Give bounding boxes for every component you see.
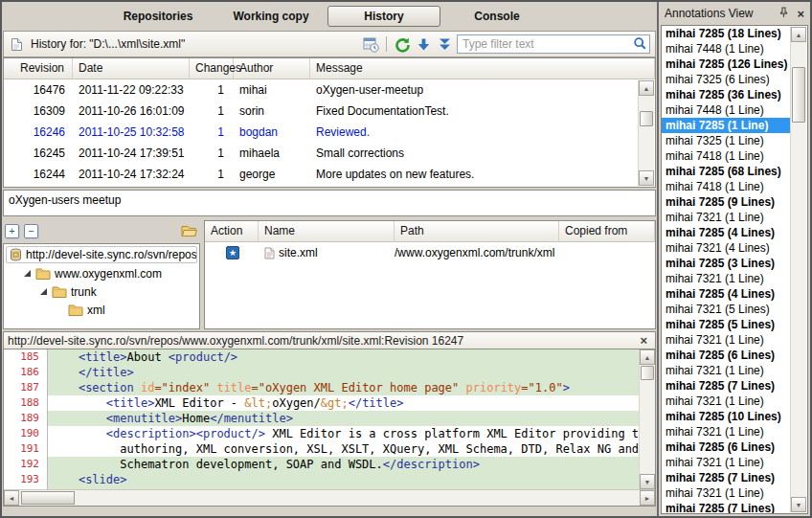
- history-row[interactable]: 164762011-11-22 09:22:331mihaioXygen-use…: [4, 79, 655, 101]
- annotation-item[interactable]: mihai 7321 (1 Line): [662, 455, 791, 470]
- history-row[interactable]: 163092011-10-26 16:01:091sorinFixed Docu…: [4, 101, 655, 122]
- history-table-scrollbar[interactable]: ▲ ▼: [638, 80, 654, 186]
- tree-node[interactable]: xml: [4, 301, 199, 319]
- scroll-left-icon[interactable]: ◄: [4, 490, 19, 506]
- revision-graph-icon[interactable]: [362, 35, 379, 53]
- scroll-right-icon[interactable]: ►: [640, 490, 655, 506]
- col-copied-from[interactable]: Copied from: [559, 221, 655, 242]
- line-number: 186: [4, 365, 48, 380]
- annotation-item[interactable]: mihai 7285 (7 Lines): [662, 378, 791, 394]
- annotation-item[interactable]: mihai 7321 (1 Line): [662, 363, 791, 378]
- code-vertical-scrollbar[interactable]: ▲ ▼: [639, 349, 655, 489]
- annotation-item[interactable]: mihai 7448 (1 Line): [662, 41, 791, 56]
- annotations-scrollbar[interactable]: ▲ ▼: [790, 27, 806, 512]
- history-row[interactable]: 162462011-10-25 10:32:581bogdanReviewed.: [4, 122, 655, 143]
- scroll-thumb[interactable]: [21, 491, 75, 505]
- annotation-item[interactable]: mihai 7325 (1 Line): [662, 133, 791, 148]
- history-row[interactable]: 162452011-10-24 17:39:511mihaelaSmall co…: [4, 143, 655, 164]
- annotation-item[interactable]: mihai 7285 (6 Lines): [662, 348, 791, 363]
- pin-icon[interactable]: [778, 7, 789, 21]
- search-icon[interactable]: [633, 36, 647, 55]
- annotation-item[interactable]: mihai 7321 (1 Line): [662, 394, 791, 409]
- get-all-revisions-icon[interactable]: [436, 35, 453, 53]
- expand-all-icon[interactable]: +: [5, 224, 19, 238]
- tree-root[interactable]: http://devel-site.sync.ro/svn/repos: [6, 246, 197, 263]
- annotation-item[interactable]: mihai 7321 (1 Line): [662, 485, 791, 501]
- scroll-up-icon[interactable]: ▲: [791, 27, 806, 42]
- col-revision[interactable]: Revision: [4, 58, 73, 79]
- scroll-down-icon[interactable]: ▼: [639, 170, 654, 186]
- filter-input[interactable]: [457, 34, 650, 54]
- tab-history[interactable]: History: [327, 6, 440, 27]
- tab-working-copy[interactable]: Working copy: [214, 6, 327, 27]
- refresh-icon[interactable]: [394, 35, 411, 53]
- line-number: 188: [4, 395, 48, 411]
- annotation-item[interactable]: mihai 7448 (1 Line): [662, 102, 791, 118]
- col-name[interactable]: Name: [259, 221, 395, 242]
- annotation-item[interactable]: mihai 7321 (4 Lines): [662, 240, 791, 256]
- annotation-item[interactable]: mihai 7418 (1 Line): [662, 148, 791, 164]
- line-number: 193: [4, 472, 48, 487]
- code-lines: 185 <title>About <product/>186 </title>1…: [4, 349, 655, 489]
- scroll-down-icon[interactable]: ▼: [791, 497, 806, 512]
- annotation-item[interactable]: mihai 7285 (3 Lines): [662, 256, 791, 271]
- annotation-item[interactable]: mihai 7321 (1 Line): [662, 271, 791, 286]
- history-row[interactable]: 162442011-10-24 17:32:241georgeMore upda…: [4, 164, 655, 185]
- annotation-item[interactable]: mihai 7321 (1 Line): [662, 332, 791, 348]
- annotation-item[interactable]: mihai 7285 (36 Lines): [662, 87, 791, 102]
- annotation-item[interactable]: mihai 7285 (7 Lines): [662, 470, 791, 485]
- open-folder-icon[interactable]: [181, 222, 198, 239]
- annotation-item[interactable]: mihai 7321 (5 Lines): [662, 302, 791, 317]
- code-line: 186 </title>: [4, 365, 639, 380]
- col-changes[interactable]: Changes: [190, 58, 234, 79]
- annotation-item[interactable]: mihai 7285 (10 Lines): [662, 409, 791, 424]
- cell-changes: 1: [190, 164, 234, 185]
- col-action[interactable]: Action: [205, 221, 259, 242]
- close-icon[interactable]: ×: [636, 333, 651, 348]
- collapse-all-icon[interactable]: −: [24, 224, 38, 238]
- tab-repositories[interactable]: Repositories: [102, 6, 214, 27]
- cell-path: /www.oxygenxml.com/trunk/xml: [395, 246, 559, 259]
- get-next-revisions-icon[interactable]: [415, 35, 432, 53]
- scroll-thumb[interactable]: [792, 67, 805, 123]
- annotation-item[interactable]: mihai 7285 (18 Lines): [662, 26, 791, 41]
- code-line: 192 Schematron development, SOAP and WSD…: [4, 457, 639, 472]
- tab-console[interactable]: Console: [440, 6, 553, 27]
- annotation-item[interactable]: mihai 7285 (4 Lines): [662, 225, 791, 240]
- annotation-item[interactable]: mihai 7321 (1 Line): [662, 424, 791, 439]
- repo-tree-panel: + − http://devel-site.sync.ro/svn/repos …: [3, 220, 200, 329]
- line-number: 191: [4, 441, 48, 457]
- code-text: <slide>: [48, 472, 639, 487]
- annotation-item[interactable]: mihai 7321 (1 Line): [662, 210, 791, 225]
- scroll-thumb[interactable]: [641, 366, 654, 380]
- annotation-item[interactable]: mihai 7285 (126 Lines): [662, 56, 791, 72]
- code-text: <title>About <product/>: [48, 349, 639, 365]
- tree-node[interactable]: trunk: [4, 282, 199, 301]
- commit-message-box[interactable]: oXygen-users meetup: [3, 190, 656, 216]
- annotation-item[interactable]: mihai 7285 (6 Lines): [662, 439, 791, 455]
- code-horizontal-scrollbar[interactable]: ◄ ►: [4, 489, 655, 506]
- expander-icon[interactable]: [24, 270, 31, 277]
- tree-node-label: www.oxygenxml.com: [55, 267, 162, 281]
- expander-icon[interactable]: [40, 288, 47, 295]
- annotation-item[interactable]: mihai 7285 (5 Lines): [662, 317, 791, 332]
- col-message[interactable]: Message: [310, 58, 655, 79]
- scroll-up-icon[interactable]: ▲: [640, 349, 655, 365]
- scroll-up-icon[interactable]: ▲: [639, 80, 654, 96]
- annotation-item[interactable]: mihai 7285 (1 Line): [662, 118, 791, 133]
- close-icon[interactable]: ×: [797, 7, 804, 21]
- annotation-item[interactable]: mihai 7285 (4 Lines): [662, 286, 791, 302]
- col-date[interactable]: Date: [73, 58, 190, 79]
- annotation-item[interactable]: mihai 7285 (68 Lines): [662, 164, 791, 179]
- col-path[interactable]: Path: [395, 221, 559, 242]
- tree-node[interactable]: www.oxygenxml.com: [4, 264, 199, 282]
- annotation-item[interactable]: mihai 7285 (7 Lines): [662, 501, 791, 514]
- scroll-thumb[interactable]: [640, 111, 653, 126]
- col-author[interactable]: Author: [234, 58, 310, 79]
- annotation-item[interactable]: mihai 7325 (6 Lines): [662, 72, 791, 87]
- annotation-item[interactable]: mihai 7285 (9 Lines): [662, 194, 791, 210]
- changed-path-row[interactable]: ★ site.xml /www.oxygenxml.com/trunk/xml: [205, 242, 655, 263]
- scroll-down-icon[interactable]: ▼: [640, 474, 655, 489]
- code-text: </title>: [48, 365, 639, 380]
- annotation-item[interactable]: mihai 7418 (1 Line): [662, 179, 791, 194]
